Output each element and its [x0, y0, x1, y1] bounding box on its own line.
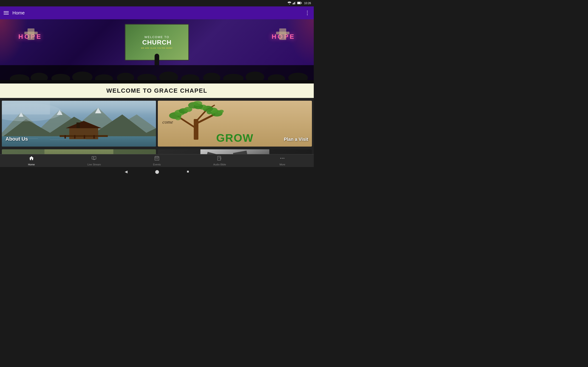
audience-silhouette	[0, 65, 314, 83]
about-us-card[interactable]: About Us	[2, 101, 156, 147]
more-vert-icon[interactable]: ⋮	[304, 10, 310, 16]
hero-caption: WELCOME TO GRACE CHAPEL	[0, 83, 314, 98]
svg-point-0	[289, 4, 290, 5]
hero-banner: HOPE HOPE WELCOME TO CHURCH WE ARE GLAD …	[0, 19, 314, 98]
home-button[interactable]: ⬤	[155, 169, 159, 174]
app-bar: Home ⋮	[0, 6, 314, 19]
light-left	[0, 19, 27, 65]
cards-grid: About Us	[0, 98, 314, 149]
svg-rect-72	[217, 156, 221, 160]
nav-item-home[interactable]: Home	[0, 154, 63, 167]
svg-rect-69	[155, 156, 159, 160]
home-nav-icon	[29, 156, 34, 162]
svg-rect-7	[301, 2, 302, 4]
grow-text: GROW	[216, 132, 254, 144]
svg-rect-37	[84, 135, 85, 139]
audio-bible-nav-label: Audio Bible	[213, 163, 226, 166]
svg-rect-35	[65, 135, 66, 139]
bottom-right-image	[158, 149, 312, 154]
light-right	[286, 19, 314, 65]
svg-point-73	[280, 158, 281, 159]
svg-rect-2	[293, 3, 294, 4]
svg-rect-38	[93, 135, 95, 139]
church-scene: HOPE HOPE WELCOME TO CHURCH WE ARE GLAD …	[0, 19, 314, 83]
nav-item-events[interactable]: Events	[125, 154, 188, 167]
nav-item-live-stream[interactable]: Live Stream	[63, 154, 125, 167]
speaker-silhouette	[155, 54, 159, 65]
battery-icon	[297, 2, 302, 5]
hero-caption-text: WELCOME TO GRACE CHAPEL	[106, 87, 208, 94]
live-stream-nav-label: Live Stream	[87, 163, 101, 166]
events-nav-icon	[154, 156, 160, 162]
status-icons: 10:26	[288, 2, 311, 5]
more-nav-icon	[279, 156, 285, 162]
bottom-left-image	[2, 149, 156, 154]
signal-icon	[293, 2, 296, 5]
come-text: come	[162, 119, 173, 125]
time-display: 10:26	[304, 2, 311, 5]
bottom-cards-row	[0, 149, 314, 154]
svg-point-74	[282, 158, 283, 159]
main-content: HOPE HOPE WELCOME TO CHURCH WE ARE GLAD …	[0, 19, 314, 154]
stage-text-top: WELCOME TO	[145, 35, 169, 39]
svg-rect-1	[293, 3, 293, 4]
audio-bible-nav-icon	[217, 156, 222, 162]
svg-rect-62	[44, 149, 113, 154]
system-nav: ◀ ⬤ ■	[0, 167, 314, 176]
svg-rect-6	[297, 2, 300, 4]
stage-text-main: CHURCH	[142, 39, 171, 46]
recent-apps-button[interactable]: ■	[187, 169, 189, 174]
events-nav-label: Events	[153, 163, 161, 166]
cross-left-decoration	[27, 28, 35, 40]
stage-text-sub: WE ARE GLAD YOU'RE HERE!	[141, 47, 173, 49]
svg-rect-70	[156, 158, 156, 159]
svg-rect-39	[77, 123, 80, 128]
live-stream-nav-icon	[91, 156, 97, 162]
plan-a-visit-card[interactable]: come GROW Plan a Visit	[158, 101, 312, 147]
bottom-card-right[interactable]	[158, 149, 312, 154]
bottom-nav: Home Live Stream Events	[0, 154, 314, 167]
svg-point-58	[193, 101, 202, 106]
back-button[interactable]: ◀	[125, 169, 128, 174]
svg-rect-36	[74, 135, 76, 139]
status-bar: 10:26	[0, 0, 314, 6]
bottom-card-left[interactable]	[2, 149, 156, 154]
svg-rect-22	[0, 80, 314, 83]
hamburger-menu-icon[interactable]	[4, 11, 9, 15]
nav-item-audio-bible[interactable]: Audio Bible	[188, 154, 251, 167]
home-nav-label: Home	[28, 163, 35, 166]
svg-point-75	[284, 158, 284, 159]
app-title: Home	[12, 10, 304, 16]
svg-marker-68	[94, 157, 95, 158]
more-nav-label: More	[279, 163, 285, 166]
plan-a-visit-label: Plan a Visit	[284, 137, 308, 142]
wifi-icon	[288, 2, 291, 5]
svg-rect-4	[295, 2, 296, 4]
hero-image: HOPE HOPE WELCOME TO CHURCH WE ARE GLAD …	[0, 19, 314, 83]
svg-rect-71	[157, 158, 158, 159]
cross-right-decoration	[279, 28, 286, 40]
about-us-label: About Us	[6, 136, 28, 142]
svg-rect-3	[294, 2, 295, 4]
audience-svg	[0, 65, 314, 83]
nav-item-more[interactable]: More	[251, 154, 314, 167]
fog-overlay	[2, 101, 156, 115]
